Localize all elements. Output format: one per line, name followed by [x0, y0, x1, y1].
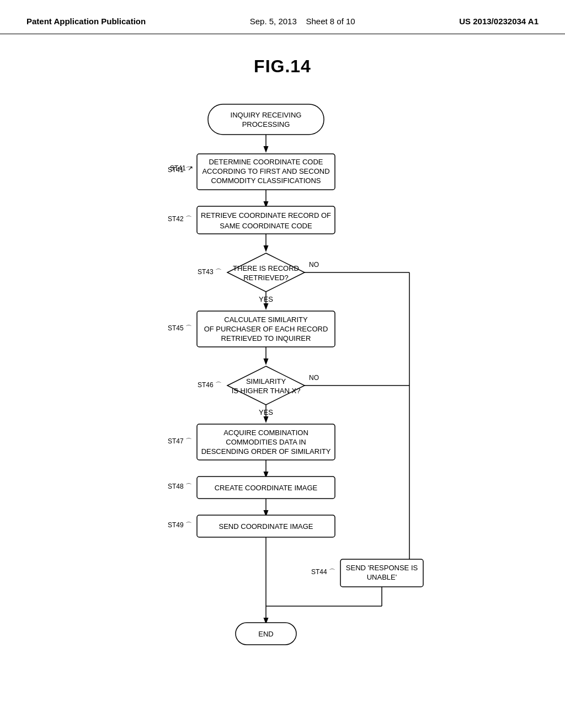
- st47-text1: ACQUIRE COMBINATION: [223, 429, 308, 437]
- st46-text2: IS HIGHER THAN X?: [232, 387, 301, 395]
- st45-text3: RETRIEVED TO INQUIRER: [221, 334, 311, 342]
- st43-step: ST43 ⌒: [198, 268, 222, 276]
- st43-text2: RETRIEVED?: [243, 274, 289, 282]
- st45-text2: OF PURCHASER OF EACH RECORD: [204, 325, 328, 333]
- date-label: Sep. 5, 2013 Sheet 8 of 10: [250, 15, 355, 28]
- st46-step: ST46 ⌒: [198, 381, 222, 389]
- end-label: END: [258, 630, 273, 638]
- st49-text: SEND COORDINATE IMAGE: [219, 522, 313, 531]
- st41-text1: DETERMINE COORDINATE CODE: [209, 158, 323, 166]
- no2-label: NO: [309, 374, 319, 382]
- page-header: Patent Application Publication Sep. 5, 2…: [0, 0, 565, 34]
- st47-text2: COMMODITIES DATA IN: [226, 438, 306, 446]
- flowchart-container: INQUIRY RECEIVING PROCESSING ST41 ↗ DETE…: [67, 93, 498, 700]
- st45-text1: CALCULATE SIMILARITY: [224, 315, 308, 324]
- start-label-line1: INQUIRY RECEIVING: [231, 111, 302, 119]
- st45-step: ST45 ⌒: [168, 324, 192, 332]
- st42-text1: RETRIEVE COORDINATE RECORD OF: [201, 211, 331, 220]
- publication-label: Patent Application Publication: [26, 15, 146, 28]
- st41-text2: ACCORDING TO FIRST AND SECOND: [202, 167, 329, 175]
- st44-step: ST44 ⌒: [311, 568, 335, 576]
- st41-step: ST41 ⌒: [168, 166, 192, 174]
- st48-text: CREATE COORDINATE IMAGE: [215, 484, 318, 492]
- st48-step: ST48 ⌒: [168, 483, 192, 490]
- st47-text3: DESCENDING ORDER OF SIMILARITY: [201, 447, 331, 456]
- st42-text2: SAME COORDINATE CODE: [220, 222, 312, 230]
- no1-label: NO: [309, 261, 319, 269]
- st41-text3: COMMODITY CLASSIFICATIONS: [211, 176, 321, 185]
- figure-title: FIG.14: [0, 56, 565, 77]
- flowchart-svg: INQUIRY RECEIVING PROCESSING ST41 ↗ DETE…: [67, 93, 498, 700]
- st44-text1: SEND 'RESPONSE IS: [346, 564, 418, 572]
- st42-step: ST42 ⌒: [168, 215, 192, 223]
- start-node: [208, 104, 324, 135]
- patent-number-label: US 2013/0232034 A1: [459, 15, 539, 28]
- start-label-line2: PROCESSING: [242, 120, 290, 129]
- st46-text1: SIMILARITY: [246, 377, 286, 386]
- st43-text1: THERE IS RECORD: [233, 264, 299, 272]
- st44-text2: UNABLE': [367, 573, 397, 581]
- st49-step: ST49 ⌒: [168, 521, 192, 529]
- st47-step: ST47 ⌒: [168, 437, 192, 445]
